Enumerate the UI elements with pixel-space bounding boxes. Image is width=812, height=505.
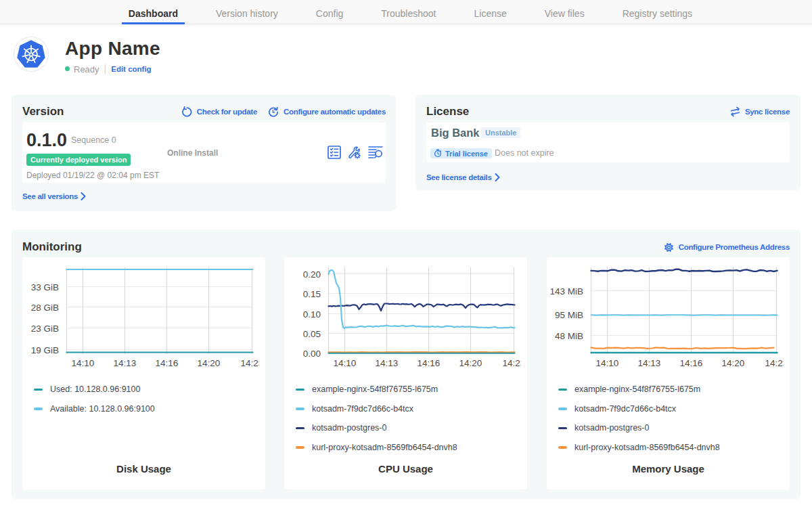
svg-text:14:10: 14:10 bbox=[334, 358, 357, 368]
svg-text:23 GiB: 23 GiB bbox=[31, 324, 59, 334]
svg-text:0.15: 0.15 bbox=[303, 289, 321, 299]
svg-text:14:10: 14:10 bbox=[596, 358, 619, 368]
svg-text:33 GiB: 33 GiB bbox=[31, 282, 59, 292]
svg-text:0.20: 0.20 bbox=[303, 269, 321, 280]
svg-text:0.10: 0.10 bbox=[303, 309, 321, 320]
svg-text:48 MiB: 48 MiB bbox=[555, 331, 583, 341]
svg-text:14:20: 14:20 bbox=[198, 358, 221, 368]
svg-text:14:23: 14:23 bbox=[765, 358, 784, 368]
svg-text:14:20: 14:20 bbox=[459, 358, 482, 368]
svg-text:14:16: 14:16 bbox=[680, 358, 703, 368]
svg-text:19 GiB: 19 GiB bbox=[31, 345, 59, 355]
svg-text:0.00: 0.00 bbox=[303, 349, 321, 359]
svg-text:143 MiB: 143 MiB bbox=[549, 286, 583, 297]
svg-text:14:10: 14:10 bbox=[72, 358, 95, 368]
svg-text:14:13: 14:13 bbox=[638, 358, 661, 368]
svg-text:14:23: 14:23 bbox=[241, 358, 259, 368]
svg-text:0.05: 0.05 bbox=[303, 329, 321, 339]
svg-text:14:13: 14:13 bbox=[114, 358, 137, 368]
svg-text:14:13: 14:13 bbox=[376, 358, 399, 368]
svg-text:14:16: 14:16 bbox=[418, 358, 441, 368]
svg-text:14:20: 14:20 bbox=[722, 358, 745, 368]
svg-text:28 GiB: 28 GiB bbox=[31, 303, 59, 313]
svg-text:14:23: 14:23 bbox=[503, 358, 521, 368]
svg-text:14:16: 14:16 bbox=[156, 358, 179, 368]
svg-text:95 MiB: 95 MiB bbox=[555, 310, 583, 320]
